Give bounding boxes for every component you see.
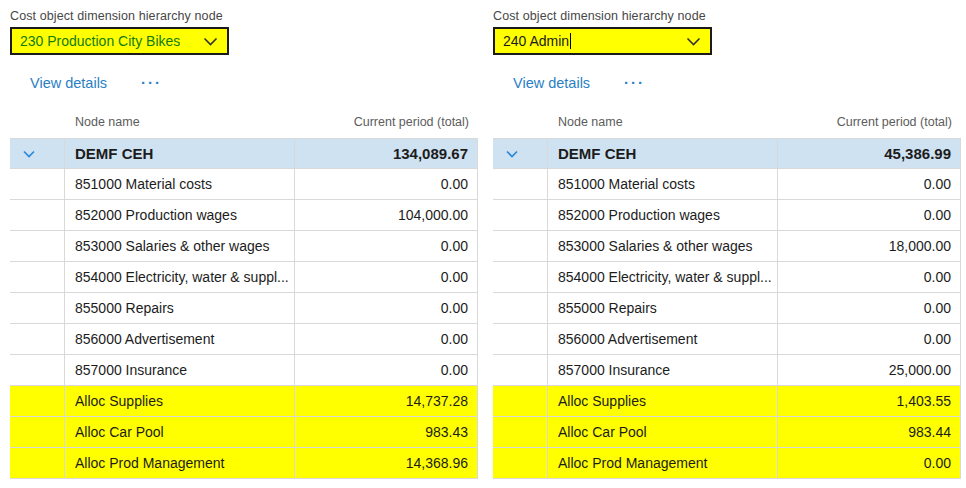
more-options-button[interactable]: ··· <box>141 78 162 88</box>
table-row[interactable]: 854000 Electricity, water & suppl...0.00 <box>493 262 961 293</box>
row-marker-cell[interactable] <box>10 417 65 447</box>
row-marker-cell[interactable] <box>10 200 65 230</box>
current-period-cell: 0.00 <box>778 448 961 478</box>
current-period-cell: 983.43 <box>295 417 478 447</box>
view-details-link[interactable]: View details <box>30 75 107 91</box>
column-header-current-period[interactable]: Current period (total) <box>295 115 478 129</box>
row-marker-cell[interactable] <box>10 355 65 385</box>
node-name-cell: 857000 Insurance <box>65 355 295 385</box>
current-period-cell: 14,368.96 <box>295 448 478 478</box>
table-row[interactable]: Alloc Prod Management14,368.96 <box>10 448 478 479</box>
summary-current-period: 134,089.67 <box>295 139 478 168</box>
row-marker-cell[interactable] <box>10 386 65 416</box>
current-period-cell: 1,403.55 <box>778 386 961 416</box>
panel-links: View details ··· <box>30 75 478 91</box>
grid-column-headers: Node name Current period (total) <box>10 115 478 138</box>
current-period-cell: 18,000.00 <box>778 231 961 261</box>
row-marker-cell[interactable] <box>493 293 548 323</box>
node-name-cell: 856000 Advertisement <box>548 324 778 354</box>
row-marker-cell[interactable] <box>493 417 548 447</box>
table-body: 851000 Material costs0.00852000 Producti… <box>10 169 478 479</box>
node-name-cell: Alloc Supplies <box>65 386 295 416</box>
row-marker-cell[interactable] <box>493 200 548 230</box>
hierarchy-node-combobox[interactable]: 240 Admin <box>493 27 712 55</box>
row-marker-cell[interactable] <box>493 448 548 478</box>
node-name-cell: Alloc Prod Management <box>65 448 295 478</box>
more-options-button[interactable]: ··· <box>624 78 645 88</box>
table-row[interactable]: 855000 Repairs0.00 <box>10 293 478 324</box>
table-row[interactable]: 851000 Material costs0.00 <box>10 169 478 200</box>
row-marker-cell[interactable] <box>10 293 65 323</box>
row-marker-cell[interactable] <box>10 262 65 292</box>
node-name-cell: 851000 Material costs <box>65 169 295 199</box>
row-marker-cell[interactable] <box>10 231 65 261</box>
chevron-down-icon[interactable] <box>686 37 701 46</box>
table-row[interactable]: 853000 Salaries & other wages0.00 <box>10 231 478 262</box>
table-row[interactable]: 853000 Salaries & other wages18,000.00 <box>493 231 961 262</box>
row-marker-cell[interactable] <box>493 386 548 416</box>
node-name-cell: 851000 Material costs <box>548 169 778 199</box>
table-row[interactable]: Alloc Prod Management0.00 <box>493 448 961 479</box>
node-name-cell: 853000 Salaries & other wages <box>548 231 778 261</box>
row-marker-cell[interactable] <box>493 262 548 292</box>
view-details-link[interactable]: View details <box>513 75 590 91</box>
text-cursor <box>570 33 571 49</box>
node-name-cell: 852000 Production wages <box>65 200 295 230</box>
row-marker-cell[interactable] <box>493 169 548 199</box>
node-name-cell: 854000 Electricity, water & suppl... <box>65 262 295 292</box>
table-row[interactable]: 857000 Insurance0.00 <box>10 355 478 386</box>
table-row[interactable]: 857000 Insurance25,000.00 <box>493 355 961 386</box>
node-name-cell: Alloc Supplies <box>548 386 778 416</box>
current-period-cell: 0.00 <box>295 293 478 323</box>
row-marker-cell[interactable] <box>493 355 548 385</box>
row-marker-cell[interactable] <box>10 169 65 199</box>
table-row[interactable]: Alloc Supplies1,403.55 <box>493 386 961 417</box>
current-period-cell: 0.00 <box>778 262 961 292</box>
row-marker-cell[interactable] <box>10 324 65 354</box>
summary-row[interactable]: DEMF CEH 45,386.99 <box>493 139 961 169</box>
chevron-down-icon[interactable] <box>203 37 218 46</box>
collapse-chevron-icon[interactable] <box>493 139 548 168</box>
node-name-cell: 854000 Electricity, water & suppl... <box>548 262 778 292</box>
node-name-cell: 855000 Repairs <box>548 293 778 323</box>
table-row[interactable]: 852000 Production wages104,000.00 <box>10 200 478 231</box>
current-period-cell: 0.00 <box>295 324 478 354</box>
cost-object-panel-left: Cost object dimension hierarchy node 230… <box>10 0 478 479</box>
row-marker-cell[interactable] <box>493 324 548 354</box>
table-row[interactable]: 855000 Repairs0.00 <box>493 293 961 324</box>
current-period-cell: 0.00 <box>778 200 961 230</box>
table-row[interactable]: 851000 Material costs0.00 <box>493 169 961 200</box>
current-period-cell: 0.00 <box>778 169 961 199</box>
field-label: Cost object dimension hierarchy node <box>10 9 478 23</box>
column-header-marker <box>10 115 65 129</box>
current-period-cell: 0.00 <box>778 324 961 354</box>
table-body: 851000 Material costs0.00852000 Producti… <box>493 169 961 479</box>
current-period-cell: 983.44 <box>778 417 961 447</box>
summary-row[interactable]: DEMF CEH 134,089.67 <box>10 139 478 169</box>
table-row[interactable]: 854000 Electricity, water & suppl...0.00 <box>10 262 478 293</box>
column-header-node-name[interactable]: Node name <box>65 115 295 129</box>
table-row[interactable]: 852000 Production wages0.00 <box>493 200 961 231</box>
collapse-chevron-icon[interactable] <box>10 139 65 168</box>
table-row[interactable]: Alloc Supplies14,737.28 <box>10 386 478 417</box>
cost-object-panel-right: Cost object dimension hierarchy node 240… <box>493 0 961 479</box>
current-period-cell: 0.00 <box>295 355 478 385</box>
table-row[interactable]: 856000 Advertisement0.00 <box>493 324 961 355</box>
row-marker-cell[interactable] <box>10 448 65 478</box>
column-header-current-period[interactable]: Current period (total) <box>778 115 961 129</box>
grid-column-headers: Node name Current period (total) <box>493 115 961 138</box>
node-name-cell: 855000 Repairs <box>65 293 295 323</box>
column-header-marker <box>493 115 548 129</box>
table-row[interactable]: Alloc Car Pool983.43 <box>10 417 478 448</box>
row-marker-cell[interactable] <box>493 231 548 261</box>
node-name-cell: 852000 Production wages <box>548 200 778 230</box>
combobox-value: 240 Admin <box>503 33 571 49</box>
node-name-cell: Alloc Prod Management <box>548 448 778 478</box>
column-header-node-name[interactable]: Node name <box>548 115 778 129</box>
cost-grid: Node name Current period (total) DEMF CE… <box>493 115 961 479</box>
summary-node-name: DEMF CEH <box>65 139 295 168</box>
table-row[interactable]: Alloc Car Pool983.44 <box>493 417 961 448</box>
combobox-value: 230 Production City Bikes <box>20 33 180 49</box>
hierarchy-node-combobox[interactable]: 230 Production City Bikes <box>10 27 229 55</box>
table-row[interactable]: 856000 Advertisement0.00 <box>10 324 478 355</box>
